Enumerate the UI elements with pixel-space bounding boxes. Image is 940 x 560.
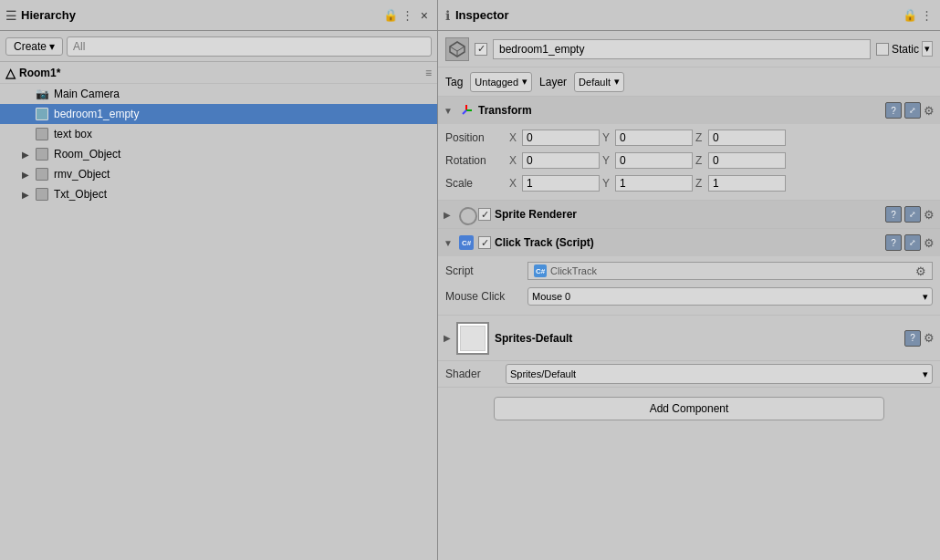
inspector-header: ℹ Inspector 🔒 ⋮ [438,0,940,31]
scale-x-label: X [509,177,520,190]
sprite-renderer-help-button[interactable]: ? [885,206,902,223]
static-dropdown[interactable]: ▾ [922,41,933,57]
hierarchy-toolbar: Create ▾ [0,31,437,62]
click-track-checkbox[interactable]: ✓ [478,236,491,249]
rotation-xyz: X Y Z [509,152,933,169]
tree-arrow-bedroom1 [22,109,33,119]
click-track-title: Click Track (Script) [495,236,882,249]
mouse-click-label: Mouse Click [445,290,527,303]
hierarchy-menu-icon: ☰ [5,8,17,23]
scale-y-field: Y [602,175,693,192]
tree-item-room-object[interactable]: ▶ Room_Object [0,144,437,164]
position-z-label: Z [695,131,706,144]
tree-item-bedroom1-empty[interactable]: bedroom1_empty [0,104,437,124]
click-track-arrow: ▼ [444,238,454,248]
rotation-x-label: X [509,154,520,167]
tag-dropdown[interactable]: Untagged ▾ [470,72,532,92]
position-xyz: X Y Z [509,130,933,146]
mouse-click-dropdown[interactable]: Mouse 0 ▾ [527,287,933,306]
tree-arrow-txt-object: ▶ [22,190,33,200]
lock-icon: 🔒 [383,8,398,22]
scene-name: Room1* [19,67,60,79]
tree-arrow-main-camera [22,89,33,99]
transform-arrow: ▼ [444,106,454,116]
tree-item-rmv-object[interactable]: ▶ rmv_Object [0,164,437,184]
add-component-button[interactable]: Add Component [494,397,883,420]
rotation-x-input[interactable] [522,152,600,169]
scale-y-input[interactable] [615,175,693,192]
object-active-checkbox[interactable]: ✓ [475,43,487,56]
scale-z-field: Z [695,175,786,192]
tree-label-main-camera: Main Camera [54,88,120,100]
sprite-renderer-buttons: ? ⤢ ⚙ [885,206,935,223]
tree-arrow-rmv-object: ▶ [22,170,33,180]
transform-section: ▼ Transform ? ⤢ ⚙ Position [438,97,940,201]
position-y-field: Y [602,130,693,146]
rotation-z-field: Z [695,152,786,169]
transform-expand-button[interactable]: ⤢ [904,102,921,119]
position-y-input[interactable] [615,130,693,146]
tag-layer-row: Tag Untagged ▾ Layer Default ▾ [438,67,940,97]
cube-icon-bedroom1 [35,107,49,121]
static-label: Static [892,43,919,56]
inspector-panel: ℹ Inspector 🔒 ⋮ ✓ Static ▾ Tag Untagged [438,0,940,560]
sprite-renderer-gear-button[interactable]: ⚙ [924,208,935,222]
shader-dropdown-icon: ▾ [923,368,928,380]
click-track-gear-button[interactable]: ⚙ [924,236,935,250]
tree-item-main-camera[interactable]: 📷 Main Camera [0,84,437,104]
sprite-renderer-header[interactable]: ▶ ✓ Sprite Renderer ? ⤢ ⚙ [438,201,940,228]
tree-label-txt-object: Txt_Object [54,188,107,201]
click-track-expand-button[interactable]: ⤢ [904,234,921,251]
transform-gear-button[interactable]: ⚙ [924,104,935,118]
position-z-input[interactable] [708,130,786,146]
rotation-y-input[interactable] [615,152,693,169]
shader-dropdown[interactable]: Sprites/Default ▾ [506,364,933,384]
hierarchy-header-icons: 🔒 ⋮ × [383,8,432,23]
mouse-click-value: Mouse 0 [532,291,570,302]
transform-buttons: ? ⤢ ⚙ [885,102,935,119]
rotation-y-field: Y [602,152,693,169]
transform-help-button[interactable]: ? [885,102,902,119]
svg-line-1 [450,47,457,51]
script-gear-icon[interactable]: ⚙ [915,264,926,278]
transform-header[interactable]: ▼ Transform ? ⤢ ⚙ [438,97,940,124]
click-track-help-button[interactable]: ? [885,234,902,251]
object-name-field[interactable] [493,39,871,59]
hierarchy-close-button[interactable]: × [417,8,432,23]
position-x-field: X [509,130,600,146]
scale-xyz: X Y Z [509,175,933,192]
tree-arrow-text-box [22,130,33,140]
cube-icon-rmv-object [35,167,49,181]
mouse-click-arrow: ▾ [923,291,928,303]
position-z-field: Z [695,130,786,146]
inspector-title: Inspector [455,8,509,22]
scale-row: Scale X Y Z [445,173,933,193]
click-track-buttons: ? ⤢ ⚙ [885,234,935,251]
layer-dropdown[interactable]: Default ▾ [574,72,624,92]
sprite-renderer-expand-button[interactable]: ⤢ [904,206,921,223]
tag-dropdown-icon: ▾ [522,76,527,88]
tree-label-room-object: Room_Object [54,148,120,161]
create-button[interactable]: Create ▾ [5,37,63,56]
inspector-more-icon: ⋮ [921,8,933,22]
position-x-input[interactable] [522,130,600,146]
scale-label: Scale [445,177,509,190]
search-input[interactable] [67,36,432,57]
transform-axes-icon [458,102,475,119]
cube-icon-txt-object [35,187,49,202]
scale-x-input[interactable] [522,175,600,192]
tree-item-txt-object[interactable]: ▶ Txt_Object [0,184,437,204]
sprite-renderer-checkbox[interactable]: ✓ [478,208,491,221]
camera-icon: 📷 [35,87,49,101]
tree-item-text-box[interactable]: text box [0,124,437,144]
rotation-z-input[interactable] [708,152,786,169]
static-check-box[interactable] [876,43,889,56]
rotation-z-label: Z [695,154,706,167]
rotation-row: Rotation X Y Z [445,150,933,171]
svg-line-6 [463,110,466,114]
sprites-help-button[interactable]: ? [904,330,921,347]
click-track-header[interactable]: ▼ C# ✓ Click Track (Script) ? ⤢ ⚙ [438,229,940,256]
sprites-gear-button[interactable]: ⚙ [924,331,935,345]
scale-z-input[interactable] [708,175,786,192]
hierarchy-tree: 📷 Main Camera bedroom1_empty text box ▶ … [0,84,437,560]
